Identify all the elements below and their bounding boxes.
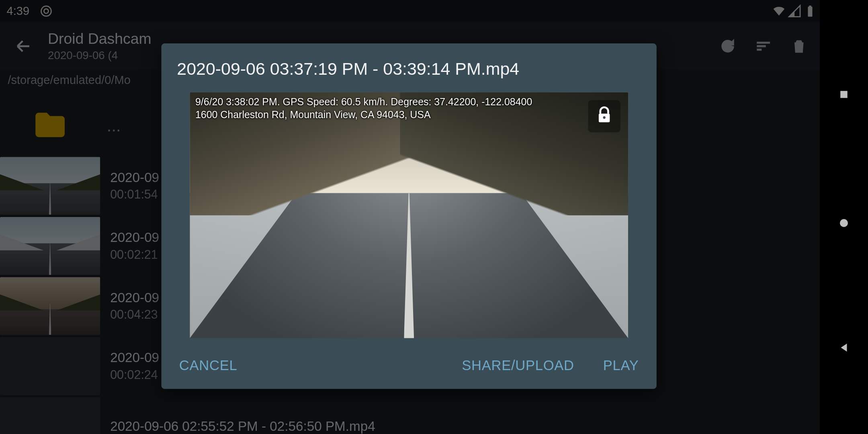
play-button[interactable]: PLAY [601,354,641,377]
dialog-button-row: CANCEL SHARE/UPLOAD PLAY [177,354,641,377]
home-button[interactable] [838,217,850,229]
lock-button[interactable] [588,100,620,132]
svg-point-7 [840,219,848,227]
preview-image [190,92,628,338]
svg-point-5 [603,116,606,119]
cancel-button[interactable]: CANCEL [177,354,240,377]
overlay-line1: 9/6/20 3:38:02 PM. GPS Speed: 60.5 km/h.… [195,96,561,108]
video-preview[interactable]: 9/6/20 3:38:02 PM. GPS Speed: 60.5 km/h.… [190,92,628,338]
dialog-title: 2020-09-06 03:37:19 PM - 03:39:14 PM.mp4 [177,59,641,79]
overlay-line2: 1600 Charleston Rd, Mountain View, CA 94… [195,109,561,122]
video-overlay-text: 9/6/20 3:38:02 PM. GPS Speed: 60.5 km/h.… [195,96,561,122]
back-nav-button[interactable] [838,342,850,354]
system-nav-bar [820,0,868,434]
lock-icon [595,106,614,127]
video-preview-dialog: 2020-09-06 03:37:19 PM - 03:39:14 PM.mp4… [162,43,657,389]
app-window: 4:39 Droid Dashcam 2020-09-06 (4 [0,0,823,434]
share-upload-button[interactable]: SHARE/UPLOAD [460,354,577,377]
svg-rect-6 [840,91,848,98]
recents-button[interactable] [838,88,850,100]
